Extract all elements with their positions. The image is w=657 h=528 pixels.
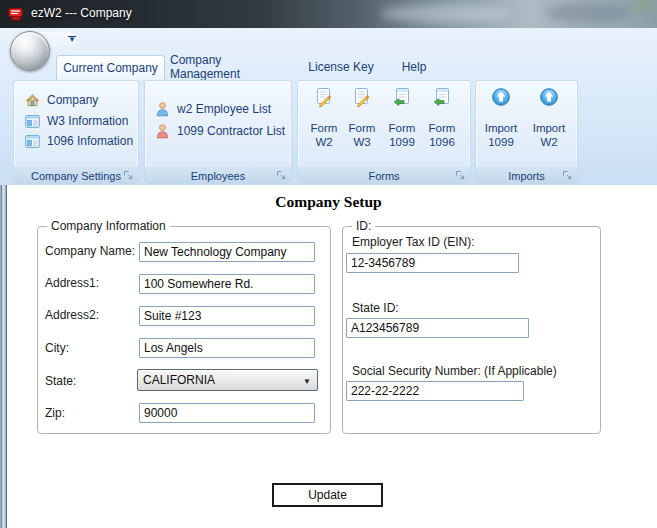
- tab-current-company[interactable]: Current Company: [56, 55, 165, 80]
- ribbon-item-label: Company: [47, 93, 98, 107]
- ribbon-group-company-settings: Company W3 Information: [13, 80, 139, 185]
- update-button[interactable]: Update: [272, 483, 383, 507]
- ssn-label: Social Security Number: (If Applicable): [352, 364, 557, 378]
- groupbox-legend: Company Information: [47, 219, 170, 233]
- document-edit-icon: [314, 87, 334, 108]
- ribbon-item-1099-contractor-list[interactable]: 1099 Contractor List: [155, 123, 285, 139]
- ribbon-item-label: 1096 Infomation: [47, 134, 133, 148]
- tab-company-management[interactable]: Company Management: [170, 55, 292, 79]
- window-title: ezW2 --- Company: [31, 6, 132, 20]
- zip-field[interactable]: [139, 403, 315, 423]
- ezw2-logo-icon: [8, 6, 24, 22]
- group-footer-imports: Imports: [476, 166, 577, 184]
- tab-label: Company Management: [170, 53, 292, 81]
- ribbon-group-imports: Import 1099 Import W2 Imports: [475, 80, 578, 185]
- person-blue-icon: [155, 101, 170, 117]
- app-window: ezW2 --- Company ▾ Current Company Compa…: [0, 0, 657, 528]
- title-bar: ezW2 --- Company: [0, 0, 657, 29]
- city-field[interactable]: [139, 338, 315, 358]
- group-footer-company-settings: Company Settings: [14, 166, 138, 184]
- application-orb-button[interactable]: [10, 31, 50, 71]
- tab-label: License Key: [308, 60, 373, 74]
- company-name-label: Company Name:: [45, 244, 135, 258]
- ein-label: Employer Tax ID (EIN):: [352, 235, 474, 249]
- city-label: City:: [45, 341, 69, 355]
- ribbon-group-employees: w2 Employee List 1099 Contractor List Em…: [144, 80, 292, 185]
- home-icon: [25, 93, 40, 107]
- address2-field[interactable]: [139, 306, 315, 326]
- ribbon-group-forms: Form W2 Form W3: [297, 80, 471, 185]
- ribbon-item-1096-information[interactable]: 1096 Infomation: [25, 134, 133, 148]
- tab-label: Current Company: [63, 61, 158, 75]
- document-arrow-icon: [432, 87, 452, 108]
- state-dropdown[interactable]: CALIFORNIA ▼: [137, 369, 318, 391]
- group-label: Forms: [368, 170, 399, 182]
- chevron-down-icon: ▼: [303, 377, 311, 386]
- group-label: Employees: [191, 170, 245, 182]
- ribbon-item-w2-employee-list[interactable]: w2 Employee List: [155, 101, 271, 117]
- ribbon-button-label: Form W2: [311, 122, 338, 150]
- tab-label: Help: [402, 60, 427, 74]
- ribbon-button-form-w3[interactable]: Form W3: [342, 85, 382, 163]
- address1-label: Address1:: [45, 276, 99, 290]
- ribbon-button-import-w2[interactable]: Import W2: [526, 85, 572, 163]
- ssn-field[interactable]: [346, 381, 524, 401]
- tab-help[interactable]: Help: [390, 55, 438, 79]
- address2-label: Address2:: [45, 308, 99, 322]
- groupbox-legend: ID:: [352, 219, 375, 233]
- import-up-icon: [491, 87, 511, 108]
- ribbon-item-label: W3 Information: [47, 114, 128, 128]
- glass-blur-decoration: [630, 1, 656, 11]
- state-id-field[interactable]: [346, 318, 529, 338]
- state-dropdown-value: CALIFORNIA: [143, 373, 215, 387]
- ribbon-item-label: 1099 Contractor List: [177, 124, 285, 138]
- glass-blur-decoration: [545, 3, 630, 23]
- group-footer-forms: Forms: [298, 166, 470, 184]
- ribbon-button-label: Form W3: [349, 122, 376, 150]
- dialog-launcher-icon[interactable]: [562, 170, 573, 181]
- state-id-label: State ID:: [352, 301, 399, 315]
- address1-field[interactable]: [139, 274, 315, 294]
- state-label: State:: [45, 374, 76, 388]
- group-footer-employees: Employees: [145, 166, 291, 184]
- ribbon-button-form-1096[interactable]: Form 1096: [422, 85, 462, 163]
- person-red-icon: [155, 123, 170, 139]
- ribbon-button-label: Form 1099: [389, 122, 416, 150]
- ribbon-button-form-w2[interactable]: Form W2: [304, 85, 344, 163]
- ribbon-item-w3-information[interactable]: W3 Information: [25, 114, 128, 128]
- page-title: Company Setup: [0, 193, 657, 211]
- ribbon-button-label: Import W2: [533, 122, 566, 150]
- dialog-launcher-icon[interactable]: [276, 170, 287, 181]
- dialog-launcher-icon[interactable]: [455, 170, 466, 181]
- company-setup-panel: Company Setup Company Information Compan…: [0, 185, 657, 528]
- zip-label: Zip:: [45, 406, 65, 420]
- form-window-icon: [25, 135, 40, 148]
- tab-license-key[interactable]: License Key: [302, 55, 380, 79]
- ribbon-button-import-1099[interactable]: Import 1099: [478, 85, 524, 163]
- dialog-launcher-icon[interactable]: [123, 170, 134, 181]
- group-label: Imports: [508, 170, 545, 182]
- ribbon-item-label: w2 Employee List: [177, 102, 271, 116]
- import-up-icon: [539, 87, 559, 108]
- group-label: Company Settings: [31, 170, 121, 182]
- ribbon: ▾ Current Company Company Management Lic…: [0, 28, 657, 186]
- ribbon-button-label: Import 1099: [485, 122, 518, 150]
- quick-access-dropdown-icon[interactable]: ▾: [66, 36, 78, 48]
- ribbon-item-company[interactable]: Company: [25, 93, 98, 107]
- window-left-border: [0, 185, 7, 528]
- ribbon-button-label: Form 1096: [429, 122, 456, 150]
- company-name-field[interactable]: [139, 242, 315, 262]
- form-window-icon: [25, 115, 40, 128]
- glass-blur-decoration: [380, 5, 510, 23]
- document-edit-icon: [352, 87, 372, 108]
- document-arrow-icon: [392, 87, 412, 108]
- ribbon-button-form-1099[interactable]: Form 1099: [382, 85, 422, 163]
- ein-field[interactable]: [346, 253, 519, 273]
